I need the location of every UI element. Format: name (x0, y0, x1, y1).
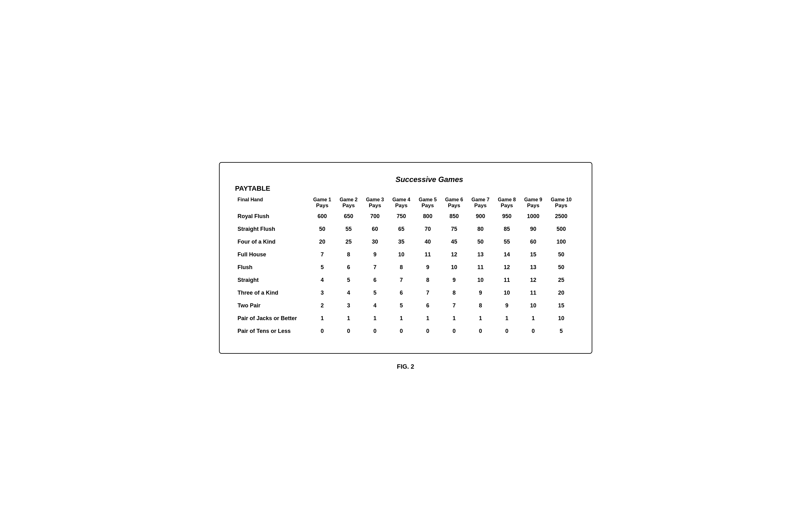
pay-value-row8-col0: 1 (309, 312, 335, 325)
pay-value-row7-col8: 10 (520, 299, 547, 312)
pay-value-row8-col7: 1 (494, 312, 520, 325)
pay-value-row9-col5: 0 (441, 325, 467, 337)
pays10: Pays (546, 202, 576, 210)
hand-name: Full House (235, 248, 309, 261)
header-section: PAYTABLE Successive Games (235, 175, 576, 193)
pay-value-row0-col7: 950 (494, 210, 520, 223)
paytable-label: PAYTABLE (235, 175, 270, 193)
pays3: Pays (362, 202, 388, 210)
pay-value-row1-col4: 70 (415, 223, 441, 235)
game-row: Final Hand Game 1 Game 2 Game 3 Game 4 G… (235, 196, 576, 202)
pay-value-row3-col3: 10 (388, 248, 415, 261)
pay-value-row8-col2: 1 (362, 312, 388, 325)
game1-header: Game 1 (309, 196, 335, 202)
pay-value-row5-col1: 5 (335, 274, 362, 287)
pay-value-row6-col4: 7 (415, 287, 441, 299)
table-row: Three of a Kind3456789101120 (235, 287, 576, 299)
pay-value-row1-col0: 50 (309, 223, 335, 235)
hand-name: Three of a Kind (235, 287, 309, 299)
fig-caption: FIG. 2 (397, 363, 414, 370)
pay-value-row6-col0: 3 (309, 287, 335, 299)
pay-value-row3-col5: 12 (441, 248, 467, 261)
pay-value-row9-col4: 0 (415, 325, 441, 337)
pay-value-row3-col9: 50 (546, 248, 576, 261)
pay-value-row3-col6: 13 (467, 248, 494, 261)
pays2: Pays (335, 202, 362, 210)
pay-value-row6-col7: 10 (494, 287, 520, 299)
table-row: Two Pair234567891015 (235, 299, 576, 312)
final-hand-header: Final Hand (235, 196, 309, 202)
pay-value-row4-col0: 5 (309, 261, 335, 274)
pay-value-row2-col1: 25 (335, 235, 362, 248)
pay-value-row0-col0: 600 (309, 210, 335, 223)
pay-value-row7-col9: 15 (546, 299, 576, 312)
pay-value-row4-col9: 50 (546, 261, 576, 274)
pay-value-row8-col3: 1 (388, 312, 415, 325)
pay-value-row2-col6: 50 (467, 235, 494, 248)
pay-value-row8-col8: 1 (520, 312, 547, 325)
pay-value-row3-col8: 15 (520, 248, 547, 261)
pay-value-row3-col2: 9 (362, 248, 388, 261)
game4-header: Game 4 (388, 196, 415, 202)
pay-value-row1-col8: 90 (520, 223, 547, 235)
pay-value-row8-col6: 1 (467, 312, 494, 325)
hand-name: Pair of Tens or Less (235, 325, 309, 337)
pay-value-row0-col3: 750 (388, 210, 415, 223)
hand-name: Flush (235, 261, 309, 274)
pay-value-row2-col2: 30 (362, 235, 388, 248)
pay-value-row7-col3: 5 (388, 299, 415, 312)
paytable: Final Hand Game 1 Game 2 Game 3 Game 4 G… (235, 196, 576, 337)
pay-value-row1-col1: 55 (335, 223, 362, 235)
pay-value-row2-col3: 35 (388, 235, 415, 248)
game2-header: Game 2 (335, 196, 362, 202)
pay-value-row4-col5: 10 (441, 261, 467, 274)
pay-value-row0-col4: 800 (415, 210, 441, 223)
pay-value-row5-col6: 10 (467, 274, 494, 287)
pay-value-row1-col5: 75 (441, 223, 467, 235)
pay-value-row5-col5: 9 (441, 274, 467, 287)
pay-value-row7-col7: 9 (494, 299, 520, 312)
pay-value-row0-col8: 1000 (520, 210, 547, 223)
pay-value-row3-col4: 11 (415, 248, 441, 261)
pay-value-row3-col0: 7 (309, 248, 335, 261)
pay-value-row9-col1: 0 (335, 325, 362, 337)
pay-value-row4-col1: 6 (335, 261, 362, 274)
pay-value-row9-col8: 0 (520, 325, 547, 337)
hand-name: Four of a Kind (235, 235, 309, 248)
pay-value-row4-col2: 7 (362, 261, 388, 274)
pay-value-row4-col3: 8 (388, 261, 415, 274)
pay-value-row8-col4: 1 (415, 312, 441, 325)
pay-value-row3-col7: 14 (494, 248, 520, 261)
hand-col-spacer (235, 202, 309, 210)
game9-header: Game 9 (520, 196, 547, 202)
pay-value-row1-col6: 80 (467, 223, 494, 235)
pay-value-row8-col5: 1 (441, 312, 467, 325)
pays4: Pays (388, 202, 415, 210)
pay-value-row5-col9: 25 (546, 274, 576, 287)
pay-value-row2-col5: 45 (441, 235, 467, 248)
pay-value-row5-col3: 7 (388, 274, 415, 287)
pays6: Pays (441, 202, 467, 210)
game10-header: Game 10 (546, 196, 576, 202)
pay-value-row7-col1: 3 (335, 299, 362, 312)
pay-value-row2-col8: 60 (520, 235, 547, 248)
pay-value-row7-col5: 7 (441, 299, 467, 312)
pay-value-row5-col2: 6 (362, 274, 388, 287)
pay-value-row6-col5: 8 (441, 287, 467, 299)
pay-value-row6-col1: 4 (335, 287, 362, 299)
pay-value-row2-col0: 20 (309, 235, 335, 248)
game8-header: Game 8 (494, 196, 520, 202)
pay-value-row6-col8: 11 (520, 287, 547, 299)
pay-value-row9-col0: 0 (309, 325, 335, 337)
pay-value-row5-col4: 8 (415, 274, 441, 287)
pay-value-row1-col9: 500 (546, 223, 576, 235)
table-row: Four of a Kind202530354045505560100 (235, 235, 576, 248)
pay-value-row1-col3: 65 (388, 223, 415, 235)
pay-value-row9-col7: 0 (494, 325, 520, 337)
pay-value-row6-col9: 20 (546, 287, 576, 299)
pay-value-row0-col1: 650 (335, 210, 362, 223)
pay-value-row9-col9: 5 (546, 325, 576, 337)
game3-header: Game 3 (362, 196, 388, 202)
pay-value-row1-col7: 85 (494, 223, 520, 235)
pay-value-row5-col7: 11 (494, 274, 520, 287)
